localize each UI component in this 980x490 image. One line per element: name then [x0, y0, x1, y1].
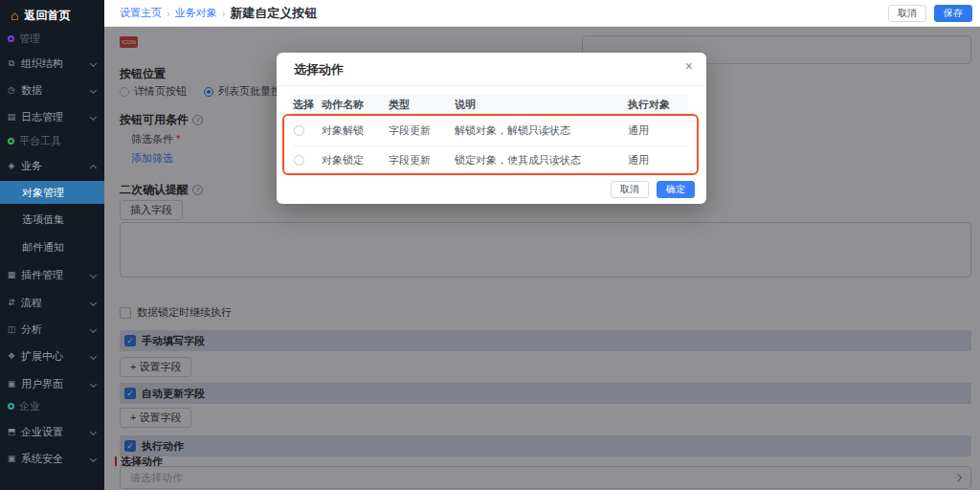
cell-type: 字段更新	[389, 123, 455, 138]
cell-action-name: 对象锁定	[322, 153, 389, 167]
sidebar-item-guanli[interactable]: 管理	[0, 29, 104, 48]
breadcrumb-separator: ›	[222, 8, 226, 19]
sidebar-item-duixiangguanli[interactable]: 对象管理	[0, 181, 104, 204]
app-window: ⌂ 返回首页 管理 ⧉ 组织结构 ◷ 数据 ▤ 日志管理 平台工具 ◈ 业务	[0, 0, 980, 490]
plugin-icon: ▦	[7, 270, 16, 279]
modal-ok-button[interactable]: 确定	[657, 181, 695, 198]
sidebar-item-liucheng[interactable]: ⇵ 流程	[0, 293, 104, 312]
chevron-down-icon	[90, 60, 97, 67]
cell-description: 解锁对象，解锁只读状态	[455, 123, 628, 138]
flow-icon: ⇵	[7, 298, 16, 307]
radio-row-lock[interactable]	[294, 155, 304, 166]
col-select: 选择	[293, 98, 322, 112]
modal-title: 选择动作	[294, 61, 344, 78]
sidebar: ⌂ 返回首页 管理 ⧉ 组织结构 ◷ 数据 ▤ 日志管理 平台工具 ◈ 业务	[0, 0, 104, 490]
table-row[interactable]: 对象锁定 字段更新 锁定对象，使其成只读状态 通用	[293, 145, 688, 174]
save-button[interactable]: 保存	[934, 5, 972, 22]
page-header: 设置主页 › 业务对象 › 新建自定义按钮 取消 保存	[104, 0, 980, 27]
page-title: 新建自定义按钮	[230, 5, 317, 22]
select-action-modal: 选择动作 × 选择 动作名称 类型 说明 执行对象 对象解锁 字段更新 解锁对象…	[277, 53, 706, 204]
chevron-down-icon	[90, 326, 97, 333]
ui-icon: ▣	[7, 379, 16, 389]
col-description: 说明	[455, 98, 628, 112]
breadcrumb-separator: ›	[167, 8, 170, 19]
chevron-down-icon	[90, 381, 97, 388]
close-icon[interactable]: ×	[685, 58, 693, 74]
chevron-down-icon	[90, 114, 97, 121]
lock-icon: ▣	[7, 454, 16, 463]
sidebar-item-youjiantongzhi[interactable]: 邮件通知	[0, 237, 104, 256]
breadcrumb-business-object[interactable]: 业务对象	[175, 6, 217, 20]
chevron-down-icon	[90, 87, 97, 94]
cell-description: 锁定对象，使其成只读状态	[455, 153, 628, 167]
cancel-button[interactable]: 取消	[888, 5, 926, 22]
table-row[interactable]: 对象解锁 字段更新 解锁对象，解锁只读状态 通用	[293, 116, 688, 145]
col-action-name: 动作名称	[322, 98, 389, 112]
ring-icon	[8, 403, 14, 410]
cell-target: 通用	[628, 153, 688, 167]
cell-action-name: 对象解锁	[322, 123, 389, 138]
home-icon: ⌂	[11, 9, 18, 22]
modal-cancel-button[interactable]: 取消	[611, 181, 649, 198]
sidebar-home-label: 返回首页	[24, 8, 70, 24]
extension-icon: ❖	[7, 351, 16, 361]
sidebar-item-rizhiguanli[interactable]: ▤ 日志管理	[0, 107, 104, 126]
sidebar-item-xuanxiangzhiji[interactable]: 选项值集	[0, 210, 104, 229]
org-chart-icon: ⧉	[7, 58, 16, 69]
chevron-down-icon	[90, 456, 97, 462]
sidebar-item-zuzhijiegou[interactable]: ⧉ 组织结构	[0, 54, 104, 73]
modal-divider	[277, 85, 706, 86]
chart-icon: ◫	[7, 324, 16, 334]
chevron-down-icon	[90, 429, 97, 435]
chevron-down-icon	[90, 300, 97, 306]
clock-icon: ◷	[7, 85, 16, 95]
col-type: 类型	[389, 98, 455, 112]
sidebar-item-shuju[interactable]: ◷ 数据	[0, 80, 104, 100]
chevron-up-icon	[90, 165, 97, 171]
table-header-row: 选择 动作名称 类型 说明 执行对象	[293, 95, 688, 114]
sidebar-item-yonghujiemian[interactable]: ▣ 用户界面	[0, 374, 104, 393]
settings-icon: ⬒	[7, 427, 16, 436]
log-icon: ▤	[7, 112, 16, 122]
breadcrumb-settings-home[interactable]: 设置主页	[120, 6, 162, 20]
briefcase-icon: ◈	[7, 161, 16, 170]
cell-target: 通用	[628, 123, 688, 138]
sidebar-item-qiye[interactable]: 企业	[0, 396, 104, 415]
sidebar-item-chajianguanli[interactable]: ▦ 插件管理	[0, 265, 104, 284]
modal-footer: 取消 确定	[611, 181, 695, 198]
sidebar-item-kuozhanzhongxin[interactable]: ❖ 扩展中心	[0, 346, 104, 366]
cell-type: 字段更新	[389, 153, 455, 167]
chevron-down-icon	[90, 272, 97, 278]
sidebar-item-fenxi[interactable]: ◫ 分析	[0, 320, 104, 339]
ring-icon	[8, 138, 14, 145]
sidebar-item-pingtaigongju[interactable]: 平台工具	[0, 131, 104, 150]
sidebar-item-yewu[interactable]: ◈ 业务	[0, 156, 104, 175]
sidebar-item-qiyeshezhi[interactable]: ⬒ 企业设置	[0, 422, 104, 441]
ring-icon	[8, 35, 14, 42]
col-target: 执行对象	[628, 98, 688, 112]
sidebar-item-xitonganquan[interactable]: ▣ 系统安全	[0, 449, 104, 468]
sidebar-home-link[interactable]: ⌂ 返回首页	[11, 6, 70, 25]
radio-row-unlock[interactable]	[294, 125, 304, 136]
chevron-down-icon	[90, 353, 97, 360]
